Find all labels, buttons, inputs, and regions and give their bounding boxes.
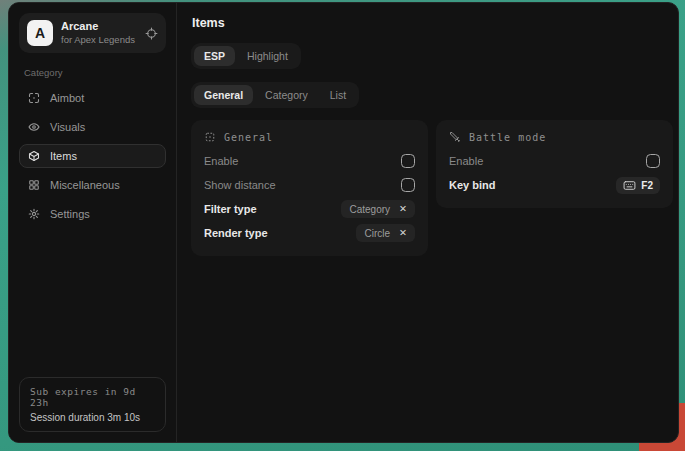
- setting-row-show-distance: Show distance: [204, 173, 415, 197]
- sidebar-item-label: Settings: [50, 208, 90, 220]
- setting-label: Render type: [204, 227, 268, 239]
- mode-tab-highlight[interactable]: Highlight: [237, 46, 298, 66]
- clear-icon[interactable]: ✕: [399, 204, 407, 214]
- view-tab-group: General Category List: [191, 82, 359, 108]
- grid-icon: [28, 179, 40, 191]
- battle-enable-checkbox[interactable]: [646, 154, 660, 168]
- panel-battle-mode: Battle mode Enable Key bind: [436, 120, 673, 208]
- target-icon[interactable]: [145, 27, 158, 40]
- clear-icon[interactable]: ✕: [399, 228, 407, 238]
- panel-general: General Enable Show distance Filter type…: [191, 120, 428, 256]
- sidebar-item-aimbot[interactable]: Aimbot: [19, 86, 166, 110]
- app-subtitle: for Apex Legends: [61, 34, 137, 46]
- app-titles: Arcane for Apex Legends: [61, 20, 137, 46]
- arcane-window: A Arcane for Apex Legends Category: [8, 2, 679, 443]
- filter-type-value: Category: [349, 204, 390, 215]
- sidebar-nav: Aimbot Visuals Items: [19, 86, 166, 226]
- setting-label: Filter type: [204, 203, 257, 215]
- panel-battle-mode-header: Battle mode: [449, 131, 660, 143]
- panel-title: General: [224, 132, 273, 143]
- mode-tab-group: ESP Highlight: [191, 43, 301, 69]
- setting-row-key-bind: Key bind F2: [449, 173, 660, 197]
- view-tab-list[interactable]: List: [320, 85, 356, 105]
- enable-checkbox[interactable]: [401, 154, 415, 168]
- sidebar-item-settings[interactable]: Settings: [19, 202, 166, 226]
- view-tab-general[interactable]: General: [194, 85, 253, 105]
- app-logo: A: [27, 20, 53, 46]
- crosshair-icon: [28, 92, 40, 104]
- setting-label: Show distance: [204, 179, 276, 191]
- setting-label: Enable: [449, 155, 483, 167]
- keybind-value: F2: [641, 180, 653, 191]
- keybind-button[interactable]: F2: [616, 177, 660, 194]
- setting-label: Enable: [204, 155, 238, 167]
- show-distance-checkbox[interactable]: [401, 178, 415, 192]
- setting-row-enable: Enable: [204, 149, 415, 173]
- panel-general-header: General: [204, 131, 415, 143]
- panel-title: Battle mode: [469, 132, 546, 143]
- app-header-card: A Arcane for Apex Legends: [19, 13, 166, 53]
- filter-type-select[interactable]: Category ✕: [341, 200, 415, 218]
- sidebar-item-label: Items: [50, 150, 77, 162]
- sidebar-item-label: Miscellaneous: [50, 179, 120, 191]
- main-content: Items ESP Highlight General Category Lis…: [177, 3, 679, 442]
- panels-container: General Enable Show distance Filter type…: [191, 120, 673, 256]
- category-section-label: Category: [24, 67, 161, 78]
- keyboard-icon: [623, 180, 636, 191]
- setting-row-filter-type: Filter type Category ✕: [204, 197, 415, 221]
- render-type-select[interactable]: Circle ✕: [356, 224, 415, 242]
- subscription-status-card: Sub expires in 9d 23h Session duration 3…: [19, 377, 166, 432]
- sidebar: A Arcane for Apex Legends Category: [9, 3, 177, 442]
- eye-icon: [28, 121, 40, 133]
- page-title: Items: [192, 16, 673, 30]
- app-title: Arcane: [61, 20, 137, 34]
- sidebar-item-visuals[interactable]: Visuals: [19, 115, 166, 139]
- setting-row-battle-enable: Enable: [449, 149, 660, 173]
- sub-expiry-text: Sub expires in 9d 23h: [30, 386, 155, 408]
- box-icon: [28, 150, 40, 162]
- scan-icon: [204, 131, 216, 143]
- sidebar-item-label: Visuals: [50, 121, 85, 133]
- view-tab-category[interactable]: Category: [255, 85, 318, 105]
- sidebar-item-miscellaneous[interactable]: Miscellaneous: [19, 173, 166, 197]
- sidebar-item-label: Aimbot: [50, 92, 84, 104]
- session-duration-text: Session duration 3m 10s: [30, 412, 155, 423]
- sword-icon: [449, 131, 461, 143]
- setting-row-render-type: Render type Circle ✕: [204, 221, 415, 245]
- gear-icon: [28, 208, 40, 220]
- setting-label: Key bind: [449, 179, 495, 191]
- render-type-value: Circle: [364, 228, 390, 239]
- mode-tab-esp[interactable]: ESP: [194, 46, 235, 66]
- sidebar-item-items[interactable]: Items: [19, 144, 166, 168]
